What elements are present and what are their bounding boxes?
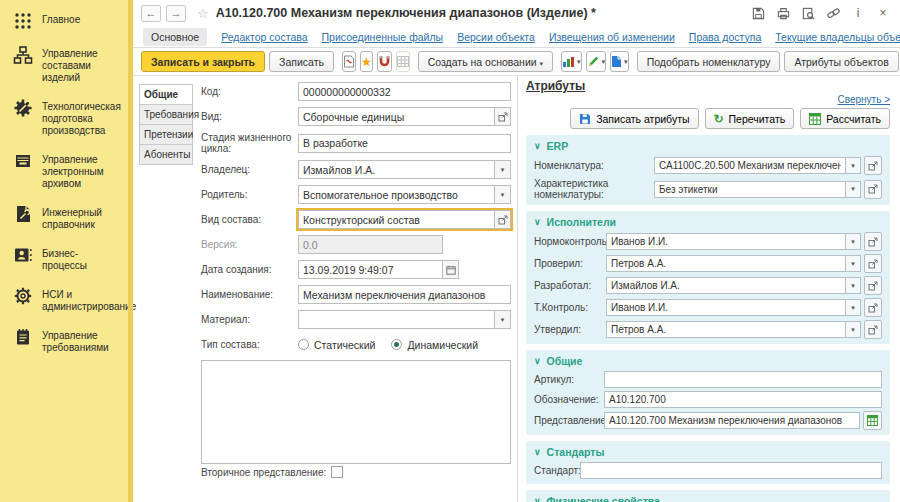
- tab-subscribers[interactable]: Абоненты: [139, 144, 193, 165]
- section-common-header[interactable]: ∨Общие: [534, 353, 882, 368]
- presentation-input[interactable]: [604, 412, 860, 429]
- section-physical-header[interactable]: ∨Физические свойства: [534, 493, 882, 502]
- preview-icon[interactable]: [801, 6, 815, 20]
- nomenclature-input[interactable]: [654, 157, 846, 174]
- favorites-button[interactable]: ★: [360, 51, 373, 72]
- checked-by-dropdown-button[interactable]: ▾: [846, 255, 861, 272]
- checked-by-open-button[interactable]: [864, 254, 882, 273]
- norm-control-open-button[interactable]: [864, 232, 882, 251]
- link-icon[interactable]: [826, 6, 840, 20]
- save-and-close-button[interactable]: Записать и закрыть: [141, 51, 265, 72]
- description-textarea[interactable]: [201, 360, 511, 464]
- owner-input[interactable]: [298, 160, 495, 179]
- back-button[interactable]: ←: [141, 5, 161, 22]
- parent-input[interactable]: [298, 185, 495, 204]
- sidebar-item-product-structures[interactable]: Управление составами изделий: [0, 38, 133, 91]
- nomenclature-open-button[interactable]: [864, 156, 882, 175]
- section-erp-header[interactable]: ∨ERP: [534, 138, 882, 153]
- article-input[interactable]: [604, 371, 882, 388]
- approved-by-dropdown-button[interactable]: ▾: [846, 321, 861, 338]
- radio-static[interactable]: Статический: [298, 339, 375, 351]
- attr-row-standard: Стандарт:: [534, 462, 882, 479]
- save-attributes-button[interactable]: Записать атрибуты: [570, 108, 698, 129]
- tab-attached-files[interactable]: Присоединенные файлы: [322, 31, 444, 43]
- composition-kind-open-button[interactable]: [495, 210, 511, 229]
- sidebar-item-electronic-archive[interactable]: Управление электронным архивом: [0, 144, 133, 197]
- pick-nomenclature-button[interactable]: Подобрать номенклатуру: [637, 51, 781, 72]
- presentation-calc-button[interactable]: [863, 411, 882, 430]
- developed-by-input[interactable]: [606, 277, 846, 294]
- kind-input[interactable]: [298, 107, 495, 126]
- parent-dropdown-button[interactable]: ▾: [495, 185, 511, 204]
- tab-composition-editor[interactable]: Редактор состава: [221, 31, 307, 43]
- developed-by-open-button[interactable]: [864, 276, 882, 295]
- sidebar-item-requirements-management[interactable]: Управление требованиями: [0, 320, 133, 361]
- page-title: А10.120.700 Механизм переключения диапаз…: [216, 6, 596, 20]
- save-icon[interactable]: [751, 6, 765, 20]
- characteristic-dropdown-button[interactable]: ▾: [846, 181, 861, 198]
- code-input[interactable]: [298, 82, 511, 101]
- favorite-star-icon[interactable]: ☆: [197, 6, 209, 21]
- chevron-collapse-icon: ∨: [534, 141, 541, 151]
- tech-control-input[interactable]: [606, 299, 846, 316]
- document-menu-button[interactable]: ▾: [610, 51, 629, 72]
- tab-claims[interactable]: Претензии: [139, 124, 193, 145]
- approved-by-open-button[interactable]: [864, 320, 882, 339]
- radio-dynamic[interactable]: Динамический: [391, 339, 478, 351]
- composition-kind-input[interactable]: [298, 210, 495, 229]
- object-attributes-button[interactable]: Атрибуты объектов: [784, 51, 898, 72]
- section-executors-header[interactable]: ∨Исполнители: [534, 214, 882, 229]
- print-icon[interactable]: [776, 6, 790, 20]
- approved-by-input[interactable]: [606, 321, 846, 338]
- tab-current-owners[interactable]: Текущие владельцы объекта: [775, 31, 900, 43]
- secondary-checkbox[interactable]: [331, 466, 343, 478]
- characteristic-input[interactable]: [654, 181, 846, 198]
- sidebar-item-main[interactable]: Главное: [0, 4, 133, 38]
- tab-requirements[interactable]: Требования: [139, 104, 193, 125]
- forward-button[interactable]: →: [166, 5, 186, 22]
- material-input[interactable]: [298, 310, 495, 329]
- close-icon[interactable]: ×: [876, 6, 890, 20]
- reports-chart-button[interactable]: ▾: [561, 51, 582, 72]
- created-input[interactable]: [298, 260, 443, 279]
- sidebar-item-business-processes[interactable]: Бизнес-процессы: [0, 238, 133, 279]
- create-based-on-button[interactable]: Создать на основании ▾: [418, 51, 553, 72]
- characteristic-open-button[interactable]: [864, 180, 882, 199]
- calculate-button[interactable]: Рассчитать: [800, 108, 890, 129]
- collapse-link[interactable]: Свернуть >: [526, 94, 890, 105]
- nomenclature-dropdown-button[interactable]: ▾: [846, 157, 861, 174]
- sidebar-item-nsi-administration[interactable]: НСИ и администрирование: [0, 279, 133, 320]
- section-standards-header[interactable]: ∨Стандарты: [534, 444, 882, 459]
- tab-change-notices[interactable]: Извещения об изменении: [549, 31, 675, 43]
- norm-control-input[interactable]: [606, 233, 846, 250]
- material-dropdown-button[interactable]: ▾: [495, 310, 511, 329]
- tech-control-dropdown-button[interactable]: ▾: [846, 299, 861, 316]
- report-button[interactable]: [342, 51, 356, 72]
- info-icon[interactable]: i: [851, 6, 865, 20]
- chevron-collapse-icon: ∨: [534, 217, 541, 227]
- magnet-pick-button[interactable]: [377, 51, 392, 72]
- table-view-button[interactable]: [396, 51, 410, 72]
- owner-dropdown-button[interactable]: ▾: [495, 160, 511, 179]
- kind-open-button[interactable]: [495, 107, 511, 126]
- reread-button[interactable]: ↻ Перечитать: [705, 108, 795, 129]
- sidebar-item-tech-preparation[interactable]: Технологическая подготовка производства: [0, 91, 133, 144]
- developed-by-dropdown-button[interactable]: ▾: [846, 277, 861, 294]
- norm-control-dropdown-button[interactable]: ▾: [846, 233, 861, 250]
- lifecycle-input[interactable]: [298, 134, 511, 153]
- tech-control-open-button[interactable]: [864, 298, 882, 317]
- tab-general[interactable]: Общие: [139, 84, 193, 105]
- standard-input[interactable]: [580, 462, 882, 479]
- save-button[interactable]: Записать: [269, 51, 334, 72]
- tab-access-rights[interactable]: Права доступа: [689, 31, 761, 43]
- created-calendar-button[interactable]: [443, 260, 459, 279]
- name-input[interactable]: [298, 285, 511, 304]
- checked-by-input[interactable]: [606, 255, 846, 272]
- designation-input[interactable]: [604, 391, 882, 408]
- tab-object-versions[interactable]: Версии объекта: [457, 31, 535, 43]
- sidebar-item-label: НСИ и администрирование: [42, 286, 136, 313]
- sidebar-splitter[interactable]: [128, 0, 133, 502]
- edit-menu-button[interactable]: ▾: [586, 51, 607, 72]
- sidebar-item-engineering-reference[interactable]: Инженерный справочник: [0, 197, 133, 238]
- tab-main[interactable]: Основное: [143, 28, 207, 46]
